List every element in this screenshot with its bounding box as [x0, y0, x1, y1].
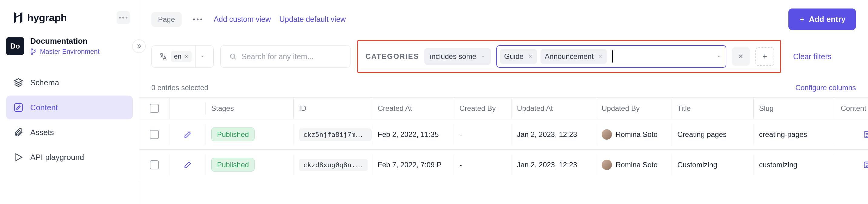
- locale-caret[interactable]: [195, 46, 209, 68]
- entries-table: Stages ID Created At Created By Updated …: [139, 98, 868, 180]
- chevrons-right-icon: [136, 43, 142, 49]
- plus-icon: [799, 16, 805, 23]
- branch-icon: [30, 48, 37, 55]
- header-updated-at[interactable]: Updated At: [512, 98, 596, 119]
- pencil-icon: [183, 130, 192, 139]
- filter-field-label: CATEGORIES: [365, 52, 419, 61]
- header-slug[interactable]: Slug: [753, 98, 835, 119]
- row-updated-at: Jan 2, 2023, 12:23: [512, 124, 596, 145]
- brand-row: hygraph: [0, 0, 139, 30]
- header-created-at[interactable]: Created At: [372, 98, 454, 119]
- values-caret[interactable]: [716, 54, 721, 59]
- richtext-icon: [863, 160, 868, 169]
- filter-operator-select[interactable]: includes some: [424, 48, 491, 65]
- topbar-ellipsis[interactable]: [190, 19, 205, 20]
- project-name: Documentation: [30, 36, 100, 46]
- nav-content-label: Content: [30, 103, 58, 112]
- table-row[interactable]: Published ckzd8xug0q8n... Feb 7, 2022, 7…: [139, 150, 868, 180]
- clear-filters-link[interactable]: Clear filters: [793, 52, 831, 61]
- row-id: ckz5njfa8ij7m...: [293, 124, 372, 145]
- ellipsis-icon: [193, 19, 202, 20]
- edit-square-icon: [13, 102, 24, 112]
- row-created-at: Feb 2, 2022, 11:35: [372, 124, 454, 145]
- header-checkbox-cell: [139, 98, 169, 119]
- stage-badge: Published: [211, 158, 254, 172]
- row-updated-at: Jan 2, 2023, 12:23: [512, 154, 596, 175]
- row-created-by: -: [454, 154, 512, 175]
- caret-down-icon: [716, 54, 721, 59]
- header-updated-by[interactable]: Updated By: [596, 98, 672, 119]
- header-stages[interactable]: Stages: [206, 98, 293, 119]
- id-chip[interactable]: ckz5njfa8ij7m...: [299, 128, 372, 141]
- row-stage: Published: [206, 124, 293, 145]
- header-edit: [169, 102, 206, 114]
- row-checkbox[interactable]: [150, 160, 159, 170]
- topbar: Page Add custom view Update default view…: [139, 0, 868, 37]
- svg-rect-3: [14, 103, 22, 111]
- nav-schema-label: Schema: [30, 78, 59, 87]
- row-checkbox-cell: [139, 154, 169, 176]
- paperclip-icon: [13, 127, 24, 137]
- row-edit-button[interactable]: [169, 124, 206, 145]
- row-created-by: -: [454, 124, 512, 145]
- header-title[interactable]: Title: [672, 98, 753, 119]
- search-input[interactable]: [242, 52, 342, 61]
- svg-point-2: [34, 50, 36, 51]
- row-content-icon[interactable]: [835, 154, 868, 175]
- add-entry-button[interactable]: Add entry: [788, 8, 856, 30]
- header-id[interactable]: ID: [293, 98, 372, 119]
- table-row[interactable]: Published ckz5njfa8ij7m... Feb 2, 2022, …: [139, 119, 868, 150]
- nav-schema[interactable]: Schema: [6, 71, 133, 95]
- row-content-icon[interactable]: [835, 124, 868, 145]
- row-slug: creating-pages: [753, 124, 835, 145]
- update-default-view-link[interactable]: Update default view: [279, 15, 346, 24]
- filter-bar: en CATEGORIES includes some: [139, 37, 868, 79]
- row-stage: Published: [206, 154, 293, 175]
- row-edit-button[interactable]: [169, 154, 206, 175]
- configure-columns-link[interactable]: Configure columns: [795, 83, 856, 92]
- entries-selected-label: 0 entries selected: [151, 83, 208, 92]
- close-icon: [738, 53, 744, 60]
- nav-api-playground[interactable]: API playground: [6, 146, 133, 169]
- caret-down-icon: [480, 54, 486, 59]
- close-icon[interactable]: [528, 54, 533, 59]
- locale-tag[interactable]: en: [171, 51, 192, 62]
- row-updated-by: Romina Soto: [596, 123, 672, 146]
- plus-icon: [762, 53, 768, 60]
- select-all-checkbox[interactable]: [150, 104, 159, 113]
- project-env-label: Master Environment: [40, 48, 100, 55]
- add-custom-view-link[interactable]: Add custom view: [214, 15, 271, 24]
- project-row: Do Documentation Master Environment: [0, 30, 139, 61]
- model-chip[interactable]: Page: [151, 12, 182, 27]
- filter-value-chip-announcement: Announcement: [540, 49, 607, 64]
- close-icon[interactable]: [184, 54, 189, 58]
- layers-icon: [13, 77, 24, 88]
- hygraph-logo-icon: [12, 11, 24, 24]
- id-chip[interactable]: ckzd8xug0q8n...: [299, 159, 368, 171]
- avatar: [602, 160, 612, 170]
- row-title: Customizing: [672, 154, 753, 175]
- search-box[interactable]: [220, 45, 350, 68]
- remove-filter-button[interactable]: [732, 47, 750, 66]
- locale-selector[interactable]: en: [151, 45, 214, 68]
- brand-menu-button[interactable]: [117, 11, 130, 24]
- filter-values-input[interactable]: Guide Announcement: [496, 45, 726, 68]
- header-created-by[interactable]: Created By: [454, 98, 512, 119]
- nav-assets[interactable]: Assets: [6, 121, 133, 144]
- row-title: Creating pages: [672, 124, 753, 145]
- categories-filter-highlight: CATEGORIES includes some Guide Announcem…: [357, 40, 781, 73]
- header-content[interactable]: Content: [835, 98, 868, 119]
- table-header: Stages ID Created At Created By Updated …: [139, 98, 868, 119]
- text-cursor: [612, 50, 613, 62]
- project-environment[interactable]: Master Environment: [30, 48, 100, 55]
- nav-content[interactable]: Content: [6, 96, 133, 119]
- translate-icon: [158, 52, 167, 61]
- svg-point-1: [31, 53, 33, 55]
- filter-value-label: Announcement: [545, 52, 593, 61]
- close-icon[interactable]: [598, 54, 602, 59]
- brand-logo: hygraph: [12, 11, 67, 24]
- sidebar-collapse-button[interactable]: [132, 40, 146, 53]
- main-area: Page Add custom view Update default view…: [139, 0, 868, 204]
- add-filter-button[interactable]: [755, 47, 774, 66]
- row-checkbox[interactable]: [150, 130, 159, 139]
